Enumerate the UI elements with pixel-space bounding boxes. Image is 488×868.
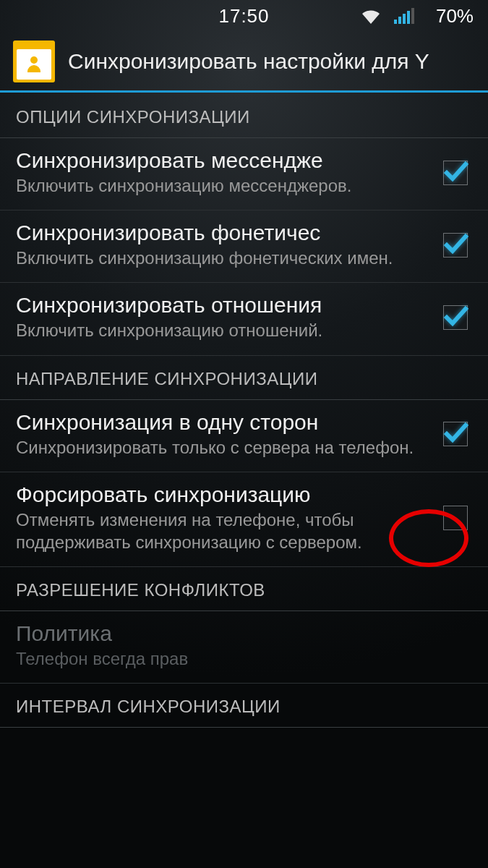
item-subtitle: Телефон всегда прав [16,647,472,670]
status-bar: 17:50 70% [0,0,488,32]
item-policy: Политика Телефон всегда прав [0,611,488,684]
section-sync-interval: ИНТЕРВАЛ СИНХРОНИЗАЦИИ [0,684,488,728]
item-subtitle: Включить синхронизацию фонетических имен… [16,247,435,269]
signal-icon [394,8,414,24]
item-title: Синхронизация в одну сторон [16,410,435,435]
page-title: Синхронизировать настройки для Y [68,49,475,74]
item-title: Политика [16,621,472,646]
item-force-sync[interactable]: Форсировать синхронизацию Отменять измен… [0,472,488,567]
checkbox-force[interactable] [443,506,468,530]
item-title: Синхронизировать отношения [16,293,435,318]
checkbox-relations[interactable] [443,305,468,330]
item-sync-phonetic[interactable]: Синхронизировать фонетичес Включить синх… [0,210,488,283]
status-time: 17:50 [218,5,269,27]
app-icon [13,41,55,82]
item-subtitle: Включить синхронизацию мессенджеров. [16,174,435,197]
status-icons [361,8,414,24]
settings-list[interactable]: ОПЦИИ СИНХРОНИЗАЦИИ Синхронизировать мес… [0,93,488,728]
checkbox-phonetic[interactable] [443,233,468,258]
item-title: Синхронизировать фонетичес [16,221,435,245]
item-sync-messengers[interactable]: Синхронизировать мессендже Включить синх… [0,138,488,210]
item-title: Форсировать синхронизацию [16,482,435,507]
title-bar: Синхронизировать настройки для Y [0,32,488,93]
item-subtitle: Синхронизировать только с сервера на тел… [16,436,435,459]
checkbox-oneway[interactable] [443,422,468,446]
item-sync-oneway[interactable]: Синхронизация в одну сторон Синхронизиро… [0,400,488,472]
item-subtitle: Включить синхронизацию отношений. [16,319,435,341]
wifi-icon [361,8,381,24]
section-sync-options: ОПЦИИ СИНХРОНИЗАЦИИ [0,93,488,138]
item-sync-relations[interactable]: Синхронизировать отношения Включить синх… [0,283,488,355]
status-battery: 70% [436,5,474,27]
section-conflict-resolution: РАЗРЕШЕНИЕ КОНФЛИКТОВ [0,567,488,611]
checkbox-messengers[interactable] [443,161,468,185]
section-sync-direction: НАПРАВЛЕНИЕ СИНХРОНИЗАЦИИ [0,356,488,400]
item-subtitle: Отменять изменения на телефоне, чтобы по… [16,509,435,553]
screen: 17:50 70% Синхронизировать настройки для… [0,0,488,868]
item-title: Синхронизировать мессендже [16,148,435,173]
